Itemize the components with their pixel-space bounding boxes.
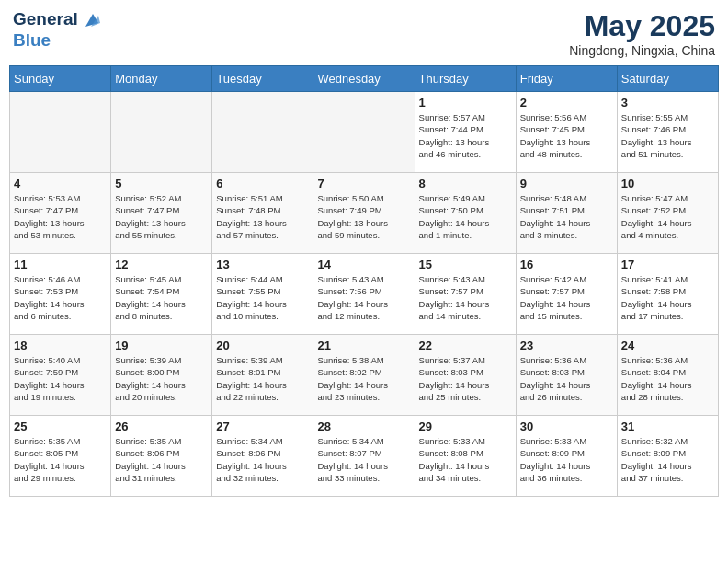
week-row-5: 25Sunrise: 5:35 AM Sunset: 8:05 PM Dayli… [10, 416, 719, 497]
day-number: 13 [216, 258, 309, 271]
calendar-cell: 27Sunrise: 5:34 AM Sunset: 8:06 PM Dayli… [212, 416, 313, 497]
day-info: Sunrise: 5:34 AM Sunset: 8:06 PM Dayligh… [216, 435, 309, 484]
logo-icon [80, 10, 100, 30]
day-number: 31 [621, 419, 714, 433]
day-info: Sunrise: 5:36 AM Sunset: 8:04 PM Dayligh… [621, 354, 714, 403]
calendar-cell [212, 92, 313, 173]
day-info: Sunrise: 5:52 AM Sunset: 7:47 PM Dayligh… [115, 192, 208, 241]
day-info: Sunrise: 5:37 AM Sunset: 8:03 PM Dayligh… [419, 354, 512, 403]
week-row-2: 4Sunrise: 5:53 AM Sunset: 7:47 PM Daylig… [10, 173, 719, 254]
calendar-cell: 13Sunrise: 5:44 AM Sunset: 7:55 PM Dayli… [212, 254, 313, 335]
calendar-cell: 17Sunrise: 5:41 AM Sunset: 7:58 PM Dayli… [617, 254, 718, 335]
calendar-cell: 24Sunrise: 5:36 AM Sunset: 8:04 PM Dayli… [617, 335, 718, 416]
day-info: Sunrise: 5:46 AM Sunset: 7:53 PM Dayligh… [14, 273, 107, 322]
title-block: May 2025 Ningdong, Ningxia, China [569, 9, 715, 58]
day-info: Sunrise: 5:38 AM Sunset: 8:02 PM Dayligh… [317, 354, 410, 403]
day-number: 11 [14, 258, 107, 271]
day-info: Sunrise: 5:47 AM Sunset: 7:52 PM Dayligh… [621, 192, 714, 241]
day-number: 17 [621, 258, 714, 271]
weekday-saturday: Saturday [617, 66, 718, 92]
calendar-cell: 30Sunrise: 5:33 AM Sunset: 8:09 PM Dayli… [516, 416, 617, 497]
calendar-cell: 14Sunrise: 5:43 AM Sunset: 7:56 PM Dayli… [313, 254, 415, 335]
calendar-table: SundayMondayTuesdayWednesdayThursdayFrid… [9, 65, 719, 497]
day-info: Sunrise: 5:36 AM Sunset: 8:03 PM Dayligh… [520, 354, 613, 403]
day-number: 8 [419, 177, 512, 190]
calendar-cell: 12Sunrise: 5:45 AM Sunset: 7:54 PM Dayli… [111, 254, 212, 335]
day-number: 27 [216, 419, 309, 433]
calendar-cell: 9Sunrise: 5:48 AM Sunset: 7:51 PM Daylig… [516, 173, 617, 254]
calendar-cell: 16Sunrise: 5:42 AM Sunset: 7:57 PM Dayli… [516, 254, 617, 335]
day-number: 29 [419, 419, 512, 433]
day-info: Sunrise: 5:57 AM Sunset: 7:44 PM Dayligh… [419, 111, 512, 160]
day-info: Sunrise: 5:33 AM Sunset: 8:08 PM Dayligh… [419, 435, 512, 484]
day-number: 24 [621, 339, 714, 352]
calendar-cell: 4Sunrise: 5:53 AM Sunset: 7:47 PM Daylig… [10, 173, 111, 254]
day-info: Sunrise: 5:42 AM Sunset: 7:57 PM Dayligh… [520, 273, 613, 322]
page-header: General Blue May 2025 Ningdong, Ningxia,… [9, 9, 719, 58]
day-number: 7 [317, 177, 410, 190]
calendar-cell: 10Sunrise: 5:47 AM Sunset: 7:52 PM Dayli… [617, 173, 718, 254]
day-number: 28 [317, 419, 410, 433]
logo-text: General [13, 9, 100, 30]
calendar-cell: 2Sunrise: 5:56 AM Sunset: 7:45 PM Daylig… [516, 92, 617, 173]
day-number: 30 [520, 419, 613, 433]
day-info: Sunrise: 5:43 AM Sunset: 7:57 PM Dayligh… [419, 273, 512, 322]
day-number: 12 [115, 258, 208, 271]
day-number: 10 [621, 177, 714, 190]
day-number: 9 [520, 177, 613, 190]
calendar-cell [313, 92, 415, 173]
weekday-thursday: Thursday [415, 66, 516, 92]
day-number: 6 [216, 177, 309, 190]
day-info: Sunrise: 5:45 AM Sunset: 7:54 PM Dayligh… [115, 273, 208, 322]
day-info: Sunrise: 5:34 AM Sunset: 8:07 PM Dayligh… [317, 435, 410, 484]
calendar-cell: 1Sunrise: 5:57 AM Sunset: 7:44 PM Daylig… [415, 92, 516, 173]
weekday-friday: Friday [516, 66, 617, 92]
calendar-cell: 26Sunrise: 5:35 AM Sunset: 8:06 PM Dayli… [111, 416, 212, 497]
calendar-cell: 31Sunrise: 5:32 AM Sunset: 8:09 PM Dayli… [617, 416, 718, 497]
weekday-monday: Monday [111, 66, 212, 92]
day-info: Sunrise: 5:44 AM Sunset: 7:55 PM Dayligh… [216, 273, 309, 322]
calendar-cell: 19Sunrise: 5:39 AM Sunset: 8:00 PM Dayli… [111, 335, 212, 416]
calendar-cell: 11Sunrise: 5:46 AM Sunset: 7:53 PM Dayli… [10, 254, 111, 335]
week-row-4: 18Sunrise: 5:40 AM Sunset: 7:59 PM Dayli… [10, 335, 719, 416]
calendar-cell [10, 92, 111, 173]
calendar-cell: 6Sunrise: 5:51 AM Sunset: 7:48 PM Daylig… [212, 173, 313, 254]
week-row-3: 11Sunrise: 5:46 AM Sunset: 7:53 PM Dayli… [10, 254, 719, 335]
day-info: Sunrise: 5:35 AM Sunset: 8:06 PM Dayligh… [115, 435, 208, 484]
day-info: Sunrise: 5:40 AM Sunset: 7:59 PM Dayligh… [14, 354, 107, 403]
calendar-cell: 18Sunrise: 5:40 AM Sunset: 7:59 PM Dayli… [10, 335, 111, 416]
day-info: Sunrise: 5:48 AM Sunset: 7:51 PM Dayligh… [520, 192, 613, 241]
day-number: 2 [520, 96, 613, 109]
day-info: Sunrise: 5:39 AM Sunset: 8:01 PM Dayligh… [216, 354, 309, 403]
day-number: 20 [216, 339, 309, 352]
day-info: Sunrise: 5:53 AM Sunset: 7:47 PM Dayligh… [14, 192, 107, 241]
day-info: Sunrise: 5:50 AM Sunset: 7:49 PM Dayligh… [317, 192, 410, 241]
day-number: 25 [14, 419, 107, 433]
calendar-cell: 21Sunrise: 5:38 AM Sunset: 8:02 PM Dayli… [313, 335, 415, 416]
day-number: 1 [419, 96, 512, 109]
logo-blue: Blue [13, 30, 100, 51]
weekday-sunday: Sunday [10, 66, 111, 92]
day-number: 14 [317, 258, 410, 271]
day-number: 15 [419, 258, 512, 271]
location: Ningdong, Ningxia, China [569, 43, 715, 58]
calendar-cell: 25Sunrise: 5:35 AM Sunset: 8:05 PM Dayli… [10, 416, 111, 497]
day-number: 19 [115, 339, 208, 352]
day-number: 3 [621, 96, 714, 109]
day-number: 26 [115, 419, 208, 433]
weekday-tuesday: Tuesday [212, 66, 313, 92]
calendar-cell: 5Sunrise: 5:52 AM Sunset: 7:47 PM Daylig… [111, 173, 212, 254]
calendar-cell [111, 92, 212, 173]
day-info: Sunrise: 5:33 AM Sunset: 8:09 PM Dayligh… [520, 435, 613, 484]
weekday-header-row: SundayMondayTuesdayWednesdayThursdayFrid… [10, 66, 719, 92]
calendar-cell: 7Sunrise: 5:50 AM Sunset: 7:49 PM Daylig… [313, 173, 415, 254]
day-info: Sunrise: 5:32 AM Sunset: 8:09 PM Dayligh… [621, 435, 714, 484]
day-info: Sunrise: 5:51 AM Sunset: 7:48 PM Dayligh… [216, 192, 309, 241]
day-info: Sunrise: 5:56 AM Sunset: 7:45 PM Dayligh… [520, 111, 613, 160]
day-info: Sunrise: 5:41 AM Sunset: 7:58 PM Dayligh… [621, 273, 714, 322]
month-title: May 2025 [569, 9, 715, 43]
day-info: Sunrise: 5:49 AM Sunset: 7:50 PM Dayligh… [419, 192, 512, 241]
calendar-cell: 28Sunrise: 5:34 AM Sunset: 8:07 PM Dayli… [313, 416, 415, 497]
day-number: 4 [14, 177, 107, 190]
calendar-cell: 15Sunrise: 5:43 AM Sunset: 7:57 PM Dayli… [415, 254, 516, 335]
